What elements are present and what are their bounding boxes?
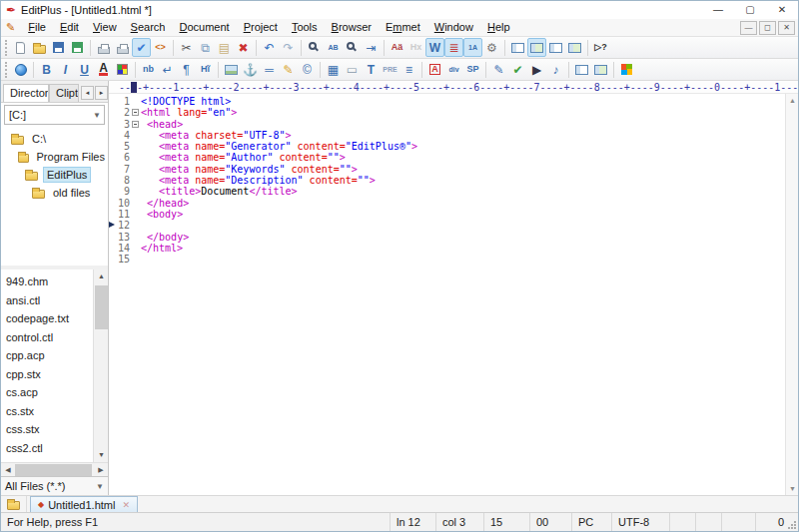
code-line-6[interactable]: 6 <meta name="Author" content=""> (109, 152, 798, 163)
document-tab-untitled1[interactable]: ◆ Untitled1.html ✕ (30, 496, 138, 512)
tree-item-editplus[interactable]: EditPlus (1, 166, 108, 184)
scroll-down-icon[interactable]: ▼ (786, 482, 799, 495)
anchor-button[interactable]: ⚓ (241, 60, 260, 79)
file-item-949-chm[interactable]: 949.chm (1, 272, 108, 291)
code-line-5[interactable]: 5 <meta name="Generator" content="EditPl… (109, 141, 798, 152)
file-filter-select[interactable]: All Files (*.*) ▼ (1, 476, 108, 495)
scroll-up-icon[interactable]: ▲ (94, 269, 108, 283)
menu-view[interactable]: View (86, 19, 124, 36)
font-tag-button[interactable]: A (425, 60, 444, 79)
span-tag-button[interactable]: SP (463, 60, 482, 79)
tree-item-c[interactable]: C:\ (1, 130, 108, 148)
cut-button[interactable]: ✂ (177, 38, 196, 57)
paste-button[interactable]: ▤ (215, 38, 234, 57)
paragraph-button[interactable]: ¶ (177, 60, 196, 79)
code-line-10[interactable]: 10 </head> (109, 198, 798, 209)
file-list-hscrollbar[interactable]: ◀ ▶ (1, 462, 108, 476)
non-breaking-space-button[interactable]: nb (139, 60, 158, 79)
code-line-8[interactable]: 8 <meta name="Description" content=""> (109, 175, 798, 186)
italic-button[interactable]: I (56, 60, 75, 79)
menu-window[interactable]: Window (427, 19, 480, 36)
delete-button[interactable]: ✖ (234, 38, 253, 57)
file-item-css-stx[interactable]: css.stx (1, 420, 108, 439)
editor-vscrollbar[interactable]: ▲ ▼ (785, 94, 798, 495)
scroll-right-icon[interactable]: ▶ (94, 463, 108, 477)
code-line-14[interactable]: 14</html> (109, 243, 798, 254)
menu-edit[interactable]: Edit (53, 19, 86, 36)
close-button[interactable]: ✕ (766, 1, 798, 19)
edit-pencil-button[interactable]: ✎ (279, 60, 298, 79)
text-field-button[interactable]: ▭ (343, 60, 362, 79)
font-color-button[interactable]: A (94, 60, 113, 79)
line-numbers-button[interactable]: 1A (463, 38, 482, 57)
toolbar-grip[interactable] (5, 62, 7, 78)
code-line-7[interactable]: 7 <meta name="Keywords" content=""> (109, 164, 798, 175)
spell-check-button[interactable]: ✔ (132, 38, 151, 57)
file-item-ansi-ctl[interactable]: ansi.ctl (1, 291, 108, 310)
code-line-12[interactable]: 12 (109, 220, 798, 231)
print-preview-button[interactable] (94, 38, 113, 57)
tab-scroll-right-button[interactable]: ▸ (95, 86, 108, 100)
file-item-codepage-txt[interactable]: codepage.txt (1, 309, 108, 328)
tree-item-program-files[interactable]: Program Files (1, 148, 108, 166)
fold-collapse-icon[interactable] (132, 109, 139, 116)
color-picker-button[interactable] (113, 60, 132, 79)
insert-table-button[interactable]: ▦ (324, 60, 343, 79)
embed-object-button[interactable] (617, 60, 636, 79)
file-list-vscrollbar[interactable]: ▲ ▼ (93, 269, 108, 462)
file-item-css2-ctl[interactable]: css2.ctl (1, 439, 108, 458)
code-line-4[interactable]: 4 <meta charset="UTF-8"> (109, 130, 798, 141)
div-tag-button[interactable]: div (444, 60, 463, 79)
print-button[interactable] (113, 38, 132, 57)
bullet-list-button[interactable]: ≡ (400, 60, 418, 79)
find-in-files-button[interactable] (343, 38, 362, 57)
line-break-button[interactable]: ↵ (158, 60, 177, 79)
directory-window-button[interactable] (508, 38, 527, 57)
menu-help[interactable]: Help (480, 19, 517, 36)
file-item-cs-acp[interactable]: cs.acp (1, 383, 108, 402)
video-button[interactable]: ▶ (527, 60, 546, 79)
redo-button[interactable]: ↷ (279, 38, 298, 57)
scroll-up-icon[interactable]: ▲ (786, 94, 799, 107)
tree-item-old-files[interactable]: old files (1, 184, 108, 202)
menu-tools[interactable]: Tools (285, 19, 325, 36)
audio-button[interactable]: ♪ (546, 60, 565, 79)
code-area[interactable]: 1<!DOCTYPE html>2<html lang="en">3 <head… (109, 94, 798, 495)
code-line-9[interactable]: 9 <title>Document</title> (109, 186, 798, 197)
undo-button[interactable]: ↶ (260, 38, 279, 57)
copyright-button[interactable]: © (298, 60, 317, 79)
document-selector-button[interactable] (527, 38, 546, 57)
bold-button[interactable]: B (37, 60, 56, 79)
toolbar-grip[interactable] (5, 40, 7, 56)
code-line-11[interactable]: 11 <body> (109, 209, 798, 220)
drive-select[interactable]: [C:] ▼ (4, 105, 105, 125)
menu-file[interactable]: File (21, 19, 53, 36)
browser-window-button[interactable] (565, 38, 584, 57)
fold-collapse-icon[interactable] (132, 121, 139, 128)
mdi-minimize-button[interactable]: — (740, 21, 757, 35)
script-tag-button[interactable]: ✎ (489, 60, 508, 79)
output-window-button[interactable] (546, 38, 565, 57)
color-syntax-button[interactable]: <> (151, 38, 170, 57)
tab-close-icon[interactable]: ✕ (122, 500, 130, 510)
minimize-button[interactable]: — (702, 1, 734, 19)
tab-list-button[interactable] (1, 496, 27, 512)
find-button[interactable] (305, 38, 324, 57)
file-item-cs-stx[interactable]: cs.stx (1, 402, 108, 421)
save-all-button[interactable] (68, 38, 87, 57)
insert-image-button[interactable] (222, 60, 241, 79)
scroll-left-icon[interactable]: ◀ (1, 463, 15, 477)
code-line-15[interactable]: 15 (109, 254, 798, 265)
file-item-cpp-stx[interactable]: cpp.stx (1, 365, 108, 384)
view-in-browser-button[interactable] (11, 60, 30, 79)
code-line-1[interactable]: 1<!DOCTYPE html> (109, 96, 798, 107)
resize-grip[interactable] (787, 520, 796, 529)
editor-pane[interactable]: ----+----1----+----2----+----3----+----4… (109, 81, 798, 495)
menu-browser[interactable]: Browser (325, 19, 379, 36)
cliptext-window-button[interactable] (572, 60, 591, 79)
save-button[interactable] (49, 38, 68, 57)
preferences-button[interactable]: ⚙ (482, 38, 501, 57)
tab-cliptext[interactable]: Clipt (49, 84, 79, 102)
mdi-restore-button[interactable]: ◻ (759, 21, 776, 35)
horizontal-rule-button[interactable]: ═ (260, 60, 279, 79)
